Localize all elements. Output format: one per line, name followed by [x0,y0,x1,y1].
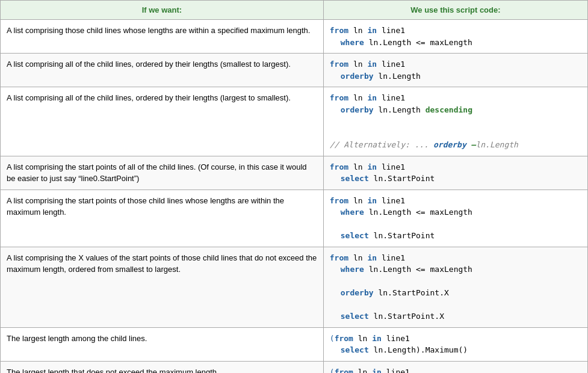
code-cell: from ln in line1select ln.StartPoint [323,156,587,190]
description-cell: A list comprising the X values of the st… [1,247,324,327]
main-table: If we want: We use this script code: A l… [0,0,588,373]
description-cell: A list comprising the start points of al… [1,156,324,190]
table-row: The largest length among the child lines… [1,327,588,361]
header-col1: If we want: [1,1,324,20]
description-cell: A list comprising all of the child lines… [1,54,324,87]
description-cell: The largest length among the child lines… [1,327,324,361]
description-cell: A list comprising the start points of th… [1,190,324,247]
table-row: A list comprising the start points of th… [1,190,588,247]
table-row: A list comprising all of the child lines… [1,54,588,87]
description-cell: The largest length that does not exceed … [1,361,324,373]
code-cell: (from ln in line1 [323,361,587,373]
code-cell: from ln in line1orderby ln.Length [323,54,587,87]
code-cell: from ln in line1orderby ln.Length descen… [323,87,587,156]
description-cell: A list comprising all of the child lines… [1,87,324,156]
code-cell: from ln in line1where ln.Length <= maxLe… [323,247,587,327]
table-row: A list comprising all of the child lines… [1,87,588,156]
code-cell: from ln in line1where ln.Length <= maxLe… [323,190,587,247]
table-row: A list comprising those child lines whos… [1,20,588,54]
table-row: A list comprising the X values of the st… [1,247,588,327]
description-cell: A list comprising those child lines whos… [1,20,324,54]
header-col2: We use this script code: [323,1,587,20]
table-row: The largest length that does not exceed … [1,361,588,373]
code-cell: from ln in line1where ln.Length <= maxLe… [323,20,587,54]
code-cell: (from ln in line1select ln.Length).Maxim… [323,327,587,361]
table-row: A list comprising the start points of al… [1,156,588,190]
